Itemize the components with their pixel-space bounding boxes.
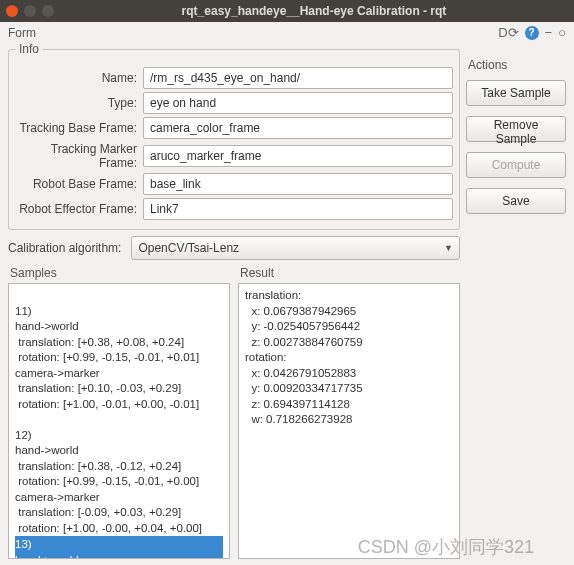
type-field[interactable] [143, 92, 453, 114]
form-label: Form [8, 26, 36, 40]
help-icon[interactable]: ? [525, 26, 539, 40]
name-label: Name: [15, 71, 143, 85]
info-legend: Info [15, 42, 43, 56]
info-group: Info Name: Type: Tracking Base Frame: Tr… [8, 42, 460, 230]
chevron-down-icon: ▼ [444, 243, 453, 253]
ref-label: Robot Effector Frame: [15, 202, 143, 216]
tmf-field[interactable] [143, 145, 453, 167]
tbf-field[interactable] [143, 117, 453, 139]
minimize-icon[interactable] [24, 5, 36, 17]
result-textarea[interactable]: translation: x: 0.0679387942965 y: -0.02… [238, 283, 460, 559]
rbf-label: Robot Base Frame: [15, 177, 143, 191]
alg-label: Calibration algorithm: [8, 241, 121, 255]
maximize-icon[interactable] [42, 5, 54, 17]
samples-plain: 11) hand->world translation: [+0.38, +0.… [15, 305, 202, 534]
reload-icon[interactable]: D⟳ [498, 25, 518, 40]
titlebar: rqt_easy_handeye__Hand-eye Calibration -… [0, 0, 574, 22]
close-icon[interactable] [6, 5, 18, 17]
save-button[interactable]: Save [466, 188, 566, 214]
samples-textarea[interactable]: 11) hand->world translation: [+0.38, +0.… [8, 283, 230, 559]
type-label: Type: [15, 96, 143, 110]
alg-select[interactable]: OpenCV/Tsai-Lenz ▼ [131, 236, 460, 260]
tmf-label: Tracking Marker Frame: [15, 142, 143, 170]
actions-title: Actions [468, 58, 566, 72]
options-icon[interactable]: ○ [558, 25, 566, 40]
samples-title: Samples [10, 266, 230, 280]
remove-sample-button[interactable]: Remove Sample [466, 116, 566, 142]
result-text: translation: x: 0.0679387942965 y: -0.02… [245, 289, 363, 425]
ref-field[interactable] [143, 198, 453, 220]
compute-button: Compute [466, 152, 566, 178]
samples-selected: 13) hand->world translation: [+0.38, -0.… [15, 536, 223, 559]
take-sample-button[interactable]: Take Sample [466, 80, 566, 106]
rbf-field[interactable] [143, 173, 453, 195]
minus-icon[interactable]: − [545, 25, 553, 40]
tbf-label: Tracking Base Frame: [15, 121, 143, 135]
window-title: rqt_easy_handeye__Hand-eye Calibration -… [60, 4, 568, 18]
top-toolbar: Form D⟳ ? − ○ [0, 22, 574, 40]
result-title: Result [240, 266, 460, 280]
alg-value: OpenCV/Tsai-Lenz [138, 241, 239, 255]
name-field[interactable] [143, 67, 453, 89]
